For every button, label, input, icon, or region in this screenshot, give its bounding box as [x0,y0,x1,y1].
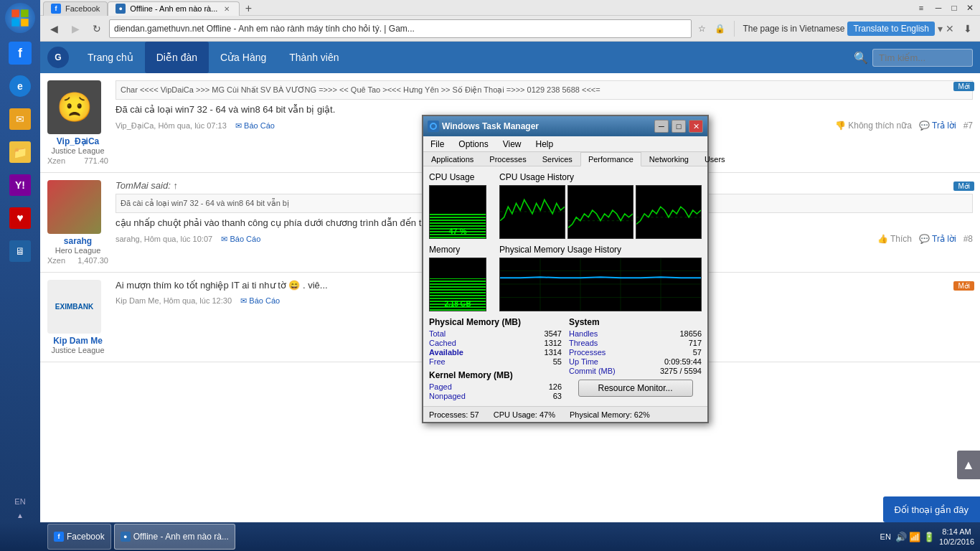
tm-tab-processes[interactable]: Processes [481,152,534,166]
translate-bar: The page is in Vietnamese Translate to E… [740,22,957,36]
tm-tab-networking[interactable]: Networking [641,152,697,166]
translate-close-button[interactable]: ✕ [946,23,954,34]
tm-maximize-button[interactable]: □ [672,120,686,133]
tm-menu-view[interactable]: View [496,136,529,152]
sidebar-ie-icon[interactable]: e [4,70,37,102]
tab-offline[interactable]: ● Offline - Anh em nào rà... ✕ [108,1,240,16]
tm-menu-help[interactable]: Help [529,136,561,152]
tm-tab-users[interactable]: Users [697,152,733,166]
post2-reply-num: #8 [963,234,973,244]
post1-dislike[interactable]: 👎 Không thích nữa [835,121,912,131]
search-input[interactable] [872,49,973,67]
tm-tab-services[interactable]: Services [534,152,580,166]
post1-xzen-label: Xzen [47,156,65,165]
post3-badge: Mới [953,278,974,291]
tm-menu-options[interactable]: Options [451,136,495,152]
tm-close-button[interactable]: ✕ [689,120,703,133]
sidebar-monitor-icon[interactable]: 🖥 [4,235,37,267]
tm-stat-nonpaged: Nonpaged 63 [429,392,562,400]
taskbar-fb-icon: f [54,532,64,542]
scroll-up-button[interactable]: ▲ [957,451,980,479]
taskbar-item-facebook[interactable]: f Facebook [47,524,111,550]
post2-report-link[interactable]: ✉ Báo Cáo [221,235,260,243]
tm-title: Windows Task Manager [442,121,651,131]
post1-badge: Mới [953,79,974,92]
download-icon[interactable]: ⬇ [960,21,976,37]
new-tab-button[interactable]: + [240,1,257,16]
nav-thanh-vien[interactable]: Thành viên [278,42,350,73]
close-button[interactable]: ✕ [963,1,977,14]
post2-reply[interactable]: 💬 Trả lời [919,234,956,244]
tm-paged-label: Paged [429,382,452,391]
sidebar-email-icon[interactable]: ✉ [4,103,37,135]
tm-stat-available: Available 1314 [429,348,562,357]
tm-minimize-button[interactable]: ─ [654,120,669,133]
navigation-bar: ◀ ▶ ↻ diendan.gamethuvn.net Offline - An… [40,16,980,42]
tm-available-label: Available [429,348,463,357]
maximize-button[interactable]: □ [947,1,961,14]
tm-uptime-value: 0:09:59:44 [664,357,702,366]
tm-cpu-history-panel: CPU Usage History [499,172,702,239]
tray-icons: 🔊 📶 🔋 [895,532,935,542]
post2-username[interactable]: sarahg [47,236,108,246]
tab-offline-label: Offline - Anh em nào rà... [130,4,217,13]
offline-favicon: ● [116,4,126,14]
nav-cua-hang[interactable]: Cửa Hàng [209,42,278,73]
tm-threads-value: 717 [689,339,702,347]
minimize-button[interactable]: ─ [931,1,946,14]
lock-icon[interactable]: 🔒 [712,21,728,37]
nav-dien-dan-label: Diễn đàn [156,52,197,63]
post3-username[interactable]: Kip Dam Me [47,336,108,346]
refresh-button[interactable]: ↻ [88,19,106,38]
sidebar-folder-icon[interactable]: 📁 [4,136,37,168]
svg-rect-3 [21,19,28,26]
tm-nonpaged-label: Nonpaged [429,392,466,400]
tm-phys-mem-title: Physical Memory (MB) [429,317,562,327]
address-bar[interactable]: diendan.gamethuvn.net Offline - Anh em n… [109,19,692,38]
translate-dismiss-button[interactable]: ▾ [938,23,943,34]
sidebar-heart-icon[interactable]: ♥ [4,202,37,234]
hamburger-menu[interactable]: ≡ [913,1,930,14]
search-icon[interactable]: 🔍 [854,51,868,65]
tm-cpu-usage-panel: CPU Usage 47 % [429,172,494,239]
tm-tab-performance[interactable]: Performance [580,152,641,166]
star-icon[interactable]: ☆ [694,21,710,37]
tm-kernel-mem: Kernel Memory (MB) Paged 126 Nonpaged 63 [429,370,562,400]
nav-dien-dan[interactable]: Diễn đàn [145,42,209,73]
taskbar-item-offline[interactable]: ● Offline - Anh em nào rà... [114,524,235,550]
site-navigation: G Trang chủ Diễn đàn Cửa Hàng Thành viên… [40,42,980,73]
nav-trang-chu[interactable]: Trang chủ [76,42,145,73]
resource-monitor-button[interactable]: Resource Monitor... [578,380,693,397]
post2-like[interactable]: 👍 Thích [877,234,912,244]
back-button[interactable]: ◀ [44,19,63,38]
sidebar-facebook-icon[interactable]: f [4,37,37,69]
tm-tab-applications[interactable]: Applications [423,152,481,166]
post1-reply[interactable]: 💬 Trả lời [919,121,956,131]
start-button[interactable] [5,3,35,33]
tab-close-button[interactable]: ✕ [222,4,232,14]
nav-icons: ☆ 🔒 [694,21,728,37]
taskbar-tray: EN 🔊 📶 🔋 8:14 AM 10/2/2016 [875,527,980,547]
tm-menubar: File Options View Help [423,136,707,152]
tab-facebook[interactable]: f Facebook [43,1,108,16]
translate-button[interactable]: Translate to English [847,22,935,36]
tm-logo-icon [430,123,437,130]
page-language-notice: The page is in Vietnamese [743,24,845,34]
site-search: 🔍 [854,49,973,67]
forward-button[interactable]: ▶ [66,19,85,38]
tm-icon [428,121,439,132]
tm-memory-row: Memory 2.18 GB Physical Memory Usage His… [429,245,702,311]
nav-thanh-vien-label: Thành viên [289,52,339,63]
chat-button[interactable]: Đối thoại gần đây [883,496,981,522]
nav-cua-hang-label: Cửa Hàng [220,52,266,63]
tm-cpu-row: CPU Usage 47 % CPU Usage History [429,172,702,239]
post1-username[interactable]: Vip_ĐạiCa [47,136,108,146]
post1-report-link[interactable]: ✉ Báo Cáo [235,121,275,130]
logo-text: G [55,52,61,62]
post3-report-link[interactable]: ✉ Báo Cáo [240,296,280,305]
browser-titlebar: f Facebook ● Offline - Anh em nào rà... … [40,0,980,16]
tm-menu-file[interactable]: File [423,136,451,152]
svg-rect-2 [11,19,19,26]
tm-cpu-graph-3 [636,185,702,239]
sidebar-yahoo-icon[interactable]: Y! [4,169,37,201]
